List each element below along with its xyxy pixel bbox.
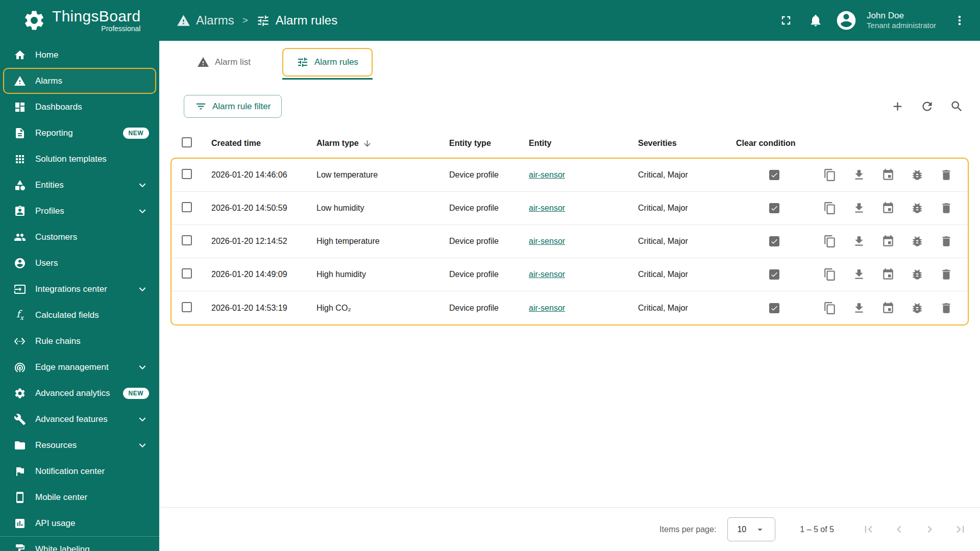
thingsboard-logo-icon: [22, 9, 46, 32]
chevron-down-icon: [136, 361, 149, 374]
debug-button[interactable]: [907, 231, 927, 252]
last-page-button[interactable]: [948, 518, 972, 541]
sidebar-item-resources[interactable]: Resources: [0, 432, 159, 458]
search-button[interactable]: [945, 95, 968, 118]
entity-link[interactable]: air-sensor: [529, 304, 565, 312]
refresh-button[interactable]: [916, 95, 938, 118]
debug-button[interactable]: [907, 264, 927, 285]
sidebar-item-mobile-center[interactable]: Mobile center: [0, 484, 159, 510]
copy-button[interactable]: [820, 198, 840, 218]
table-row[interactable]: 2026-01-20 14:50:59 Low humidity Device …: [172, 192, 968, 225]
delete-icon: [940, 235, 953, 248]
logo[interactable]: ThingsBoard Professional: [0, 8, 159, 33]
schedule-button[interactable]: [878, 198, 898, 218]
debug-button[interactable]: [907, 298, 927, 318]
fullscreen-button[interactable]: [773, 7, 799, 34]
column-entity[interactable]: Entity: [529, 139, 638, 148]
delete-button[interactable]: [936, 165, 957, 185]
debug-icon: [911, 302, 924, 315]
copy-button[interactable]: [820, 298, 840, 318]
more-menu-button[interactable]: [946, 7, 973, 34]
copy-button[interactable]: [820, 231, 840, 252]
row-checkbox[interactable]: [182, 235, 192, 245]
debug-icon: [911, 235, 924, 248]
download-button[interactable]: [849, 165, 869, 185]
download-button[interactable]: [849, 198, 869, 218]
table-row[interactable]: 2026-01-20 14:49:09 High humidity Device…: [172, 258, 968, 291]
sort-descending-icon: [362, 139, 372, 148]
breadcrumb-alarms[interactable]: Alarms: [177, 13, 234, 28]
table-row[interactable]: 2026-01-20 14:53:19 High CO₂ Device prof…: [172, 291, 968, 324]
alarm-rule-filter-button[interactable]: Alarm rule filter: [184, 95, 282, 118]
api-usage-icon: [14, 517, 26, 530]
schedule-button[interactable]: [878, 298, 898, 318]
sidebar-item-solution-templates[interactable]: Solution templates: [0, 146, 159, 172]
sidebar-item-profiles[interactable]: Profiles: [0, 198, 159, 224]
resources-icon: [14, 439, 26, 452]
delete-button[interactable]: [936, 264, 957, 285]
sidebar-item-entities[interactable]: Entities: [0, 172, 159, 198]
entity-link[interactable]: air-sensor: [529, 170, 565, 179]
chevron-down-icon: [136, 413, 149, 426]
entity-link[interactable]: air-sensor: [529, 204, 565, 212]
items-per-page-select[interactable]: 10: [727, 517, 775, 541]
sidebar-item-alarms[interactable]: Alarms: [3, 68, 156, 94]
schedule-button[interactable]: [878, 165, 898, 185]
row-checkbox[interactable]: [182, 268, 192, 279]
edge-icon: [14, 361, 26, 373]
tab-alarm-list[interactable]: Alarm list: [184, 48, 264, 77]
sidebar-item-api-usage[interactable]: API usage: [0, 510, 159, 536]
sidebar-item-integrations-center[interactable]: Integrations center: [0, 276, 159, 302]
previous-page-button[interactable]: [887, 518, 911, 541]
clear-condition-checkbox: [769, 236, 779, 246]
brand-name: ThingsBoard: [52, 8, 140, 24]
row-checkbox[interactable]: [182, 202, 192, 212]
entity-link[interactable]: air-sensor: [529, 237, 565, 245]
column-entity-type[interactable]: Entity type: [449, 139, 529, 148]
sidebar-item-advanced-features[interactable]: Advanced features: [0, 406, 159, 432]
delete-button[interactable]: [936, 198, 957, 218]
new-badge: NEW: [123, 128, 150, 139]
table-row[interactable]: 2026-01-20 14:46:06 Low temperature Devi…: [172, 159, 968, 192]
add-alarm-rule-button[interactable]: [886, 95, 909, 118]
column-severities[interactable]: Severities: [638, 139, 736, 148]
sidebar-item-dashboards[interactable]: Dashboards: [0, 94, 159, 120]
column-created-time[interactable]: Created time: [211, 139, 316, 148]
bell-icon: [808, 13, 823, 28]
sidebar-item-home[interactable]: Home: [0, 42, 159, 68]
sidebar-item-users[interactable]: Users: [0, 250, 159, 276]
row-checkbox[interactable]: [182, 302, 192, 312]
schedule-button[interactable]: [878, 264, 898, 285]
sidebar-item-notification-center[interactable]: Notification center: [0, 458, 159, 484]
download-button[interactable]: [849, 231, 869, 252]
debug-button[interactable]: [907, 165, 927, 185]
sidebar-item-edge-management[interactable]: Edge management: [0, 354, 159, 380]
tab-alarm-rules[interactable]: Alarm rules: [282, 48, 373, 77]
search-icon: [950, 99, 964, 113]
delete-button[interactable]: [936, 298, 957, 318]
delete-button[interactable]: [936, 231, 957, 252]
avatar[interactable]: [835, 9, 857, 32]
debug-button[interactable]: [907, 198, 927, 218]
download-button[interactable]: [849, 298, 869, 318]
copy-button[interactable]: [820, 264, 840, 285]
row-checkbox[interactable]: [182, 169, 192, 179]
select-all-checkbox[interactable]: [182, 137, 192, 147]
sidebar-item-rule-chains[interactable]: Rule chains: [0, 328, 159, 354]
first-page-button[interactable]: [856, 518, 880, 541]
entity-link[interactable]: air-sensor: [529, 270, 565, 279]
schedule-button[interactable]: [878, 231, 898, 252]
sidebar-item-customers[interactable]: Customers: [0, 224, 159, 250]
sidebar-item-calculated-fields[interactable]: fx Calculated fields: [0, 302, 159, 328]
download-button[interactable]: [849, 264, 869, 285]
notifications-button[interactable]: [802, 7, 829, 34]
sidebar-item-advanced-analytics[interactable]: Advanced analytics NEW: [0, 380, 159, 406]
sidebar-item-reporting[interactable]: Reporting NEW: [0, 120, 159, 146]
analytics-icon: [14, 387, 26, 399]
next-page-button[interactable]: [918, 518, 941, 541]
column-alarm-type[interactable]: Alarm type: [316, 139, 449, 148]
user-info[interactable]: John Doe Tenant administrator: [867, 10, 936, 31]
sidebar-item-white-labeling[interactable]: White labeling: [0, 536, 159, 551]
copy-button[interactable]: [820, 165, 840, 185]
table-row[interactable]: 2026-01-20 12:14:52 High temperature Dev…: [172, 225, 968, 258]
